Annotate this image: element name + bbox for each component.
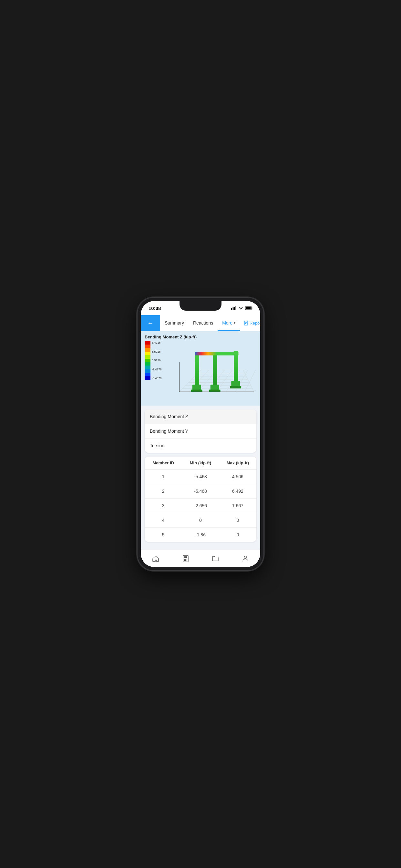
cell-id-1: 1	[145, 474, 182, 479]
folder-icon	[212, 555, 219, 562]
table-row: 5 -1.86 0	[145, 528, 256, 542]
svg-point-46	[185, 560, 186, 561]
svg-point-47	[187, 560, 187, 561]
nav-user[interactable]	[230, 550, 260, 567]
nav-folder[interactable]	[201, 550, 230, 567]
cell-id-4: 4	[145, 518, 182, 523]
back-button[interactable]: ←	[141, 315, 160, 331]
status-time: 10:38	[149, 306, 161, 311]
tab-more[interactable]: More ▾	[218, 315, 240, 331]
col-member-id: Member ID	[145, 461, 182, 465]
col-min: Min (kip-ft)	[182, 461, 219, 465]
content-area: Bending Moment Z Bending Moment Y Torsio…	[141, 406, 260, 550]
user-icon	[242, 555, 249, 562]
svg-rect-28	[195, 353, 199, 385]
svg-point-44	[187, 559, 187, 559]
screen: 10:38	[141, 301, 260, 567]
cell-max-2: 6.492	[219, 489, 256, 494]
svg-rect-10	[245, 323, 246, 323]
structure-svg	[173, 335, 260, 402]
svg-rect-41	[184, 556, 187, 558]
report-icon	[244, 321, 248, 326]
svg-rect-3	[236, 306, 237, 310]
cell-id-3: 3	[145, 503, 182, 508]
svg-rect-30	[234, 351, 238, 382]
back-arrow-icon: ←	[147, 319, 154, 327]
status-bar: 10:38	[141, 301, 260, 315]
svg-rect-7	[244, 321, 248, 325]
svg-rect-36	[231, 381, 240, 386]
structure-3d	[173, 335, 260, 402]
svg-rect-37	[230, 386, 241, 389]
cell-min-1: -5.468	[182, 474, 219, 479]
dropdown-card: Bending Moment Z Bending Moment Y Torsio…	[145, 409, 256, 453]
battery-icon	[245, 306, 252, 310]
status-icons	[231, 306, 252, 310]
nav-calculator[interactable]	[171, 550, 201, 567]
svg-rect-31	[195, 352, 239, 355]
scale-labels: 6.4916 3.5018 0.5120 -2.4778 -5.4679	[152, 341, 162, 380]
svg-rect-1	[233, 307, 234, 310]
data-table: Member ID Min (kip-ft) Max (kip-ft) 1 -5…	[145, 457, 256, 542]
svg-rect-9	[245, 322, 247, 322]
home-icon	[152, 555, 159, 562]
cell-max-1: 4.566	[219, 474, 256, 479]
signal-icon	[231, 306, 236, 310]
svg-rect-2	[234, 307, 235, 310]
svg-point-45	[184, 560, 185, 561]
table-row: 2 -5.468 6.492	[145, 484, 256, 499]
3d-viewer: Bending Moment Z (kip-ft) 6.4916 3.5018 …	[141, 331, 260, 406]
svg-point-43	[185, 559, 186, 559]
chevron-down-icon: ▾	[234, 321, 235, 324]
svg-rect-0	[231, 308, 232, 310]
svg-point-48	[244, 556, 247, 559]
cell-max-3: 1.667	[219, 503, 256, 508]
cell-max-4: 0	[219, 518, 256, 523]
nav-home[interactable]	[141, 550, 171, 567]
table-row: 1 -5.468 4.566	[145, 469, 256, 484]
tab-summary[interactable]: Summary	[160, 315, 189, 331]
bottom-nav	[141, 550, 260, 567]
wifi-icon	[238, 306, 243, 310]
table-row: 3 -2.656 1.667	[145, 499, 256, 513]
color-scale	[145, 341, 151, 380]
table-row: 4 0 0	[145, 513, 256, 528]
dropdown-item-bending-z[interactable]: Bending Moment Z	[145, 409, 256, 424]
svg-rect-29	[213, 354, 217, 385]
cell-id-2: 2	[145, 489, 182, 494]
svg-line-26	[245, 370, 256, 392]
svg-rect-5	[252, 307, 252, 309]
cell-max-5: 0	[219, 532, 256, 537]
svg-point-42	[184, 559, 185, 559]
table-header: Member ID Min (kip-ft) Max (kip-ft)	[145, 457, 256, 469]
nav-bar: ← Summary Reactions More ▾	[141, 315, 260, 331]
svg-rect-6	[246, 307, 251, 309]
cell-min-2: -5.468	[182, 489, 219, 494]
cell-min-4: 0	[182, 518, 219, 523]
svg-rect-8	[245, 321, 247, 322]
dropdown-item-bending-y[interactable]: Bending Moment Y	[145, 424, 256, 438]
report-button[interactable]: Report	[240, 321, 260, 326]
col-max: Max (kip-ft)	[219, 461, 256, 465]
cell-id-5: 5	[145, 532, 182, 537]
svg-rect-34	[211, 384, 219, 390]
calculator-icon	[182, 555, 189, 562]
notch	[180, 301, 221, 311]
svg-line-27	[243, 370, 254, 392]
nav-tabs: Summary Reactions More ▾	[160, 315, 240, 331]
svg-rect-32	[192, 384, 201, 390]
phone-frame: 10:38	[137, 298, 264, 570]
tab-reactions[interactable]: Reactions	[189, 315, 218, 331]
dropdown-item-torsion[interactable]: Torsion	[145, 438, 256, 453]
cell-min-3: -2.656	[182, 503, 219, 508]
cell-min-5: -1.86	[182, 532, 219, 537]
